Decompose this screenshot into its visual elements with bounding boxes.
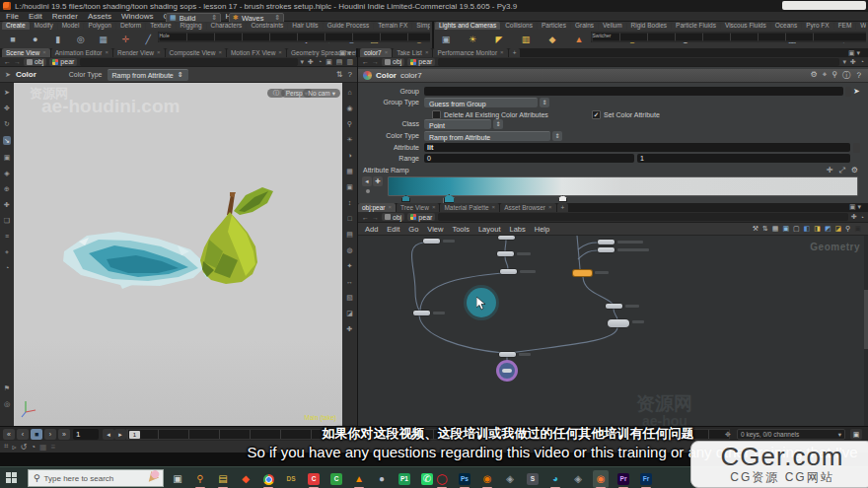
Tube[interactable]: ▮ Tube (47, 30, 69, 48)
start-button[interactable] (6, 472, 18, 484)
network-menu-item[interactable]: View (427, 225, 443, 234)
viewport-option-icon[interactable]: ▣ (346, 183, 353, 190)
viewport-option-icon[interactable]: ✚ (347, 325, 353, 332)
help-icon[interactable]: ? (348, 70, 352, 79)
viewport-option-icon[interactable]: ✦ (347, 262, 353, 269)
close-icon[interactable]: × (105, 48, 108, 57)
Geometry Light[interactable]: ◆ Geometry Light (542, 30, 563, 48)
close-icon[interactable]: × (492, 203, 496, 212)
viewport-option-icon[interactable]: ◪ (346, 310, 353, 316)
ramp-expand-icon[interactable]: ⤢ (838, 166, 844, 175)
task-view-icon[interactable]: ▣ (170, 470, 185, 488)
pane-tab[interactable]: obj:pear× (358, 203, 396, 212)
Point Light[interactable]: ☀ Point Light (462, 30, 483, 48)
tool-strip-icon[interactable]: ◔ (5, 264, 9, 271)
premiere-icon[interactable]: Pr (615, 470, 631, 488)
pin-icon[interactable]: ⌖ (823, 70, 828, 81)
node-name-field[interactable]: color7 (400, 71, 422, 80)
viewport-option-icon[interactable]: ◉ (346, 105, 352, 111)
forward-icon[interactable]: → (372, 58, 379, 65)
clock-icon[interactable]: ◔ (860, 214, 864, 221)
current-frame-field[interactable]: 1 (73, 429, 99, 440)
network-toolbar-icon[interactable]: ▦ (772, 225, 779, 233)
taskbar-search[interactable]: ⚲ Type here to search (28, 469, 164, 487)
menu-item[interactable]: Render (52, 12, 78, 21)
help-icon[interactable]: ？ (855, 70, 863, 81)
viewport-option-icon[interactable]: □ (347, 215, 351, 222)
shelf-tab[interactable]: Polygon (84, 22, 115, 30)
network-menu-item[interactable]: Edit (387, 225, 399, 234)
node[interactable] (608, 319, 629, 327)
network-menu-item[interactable]: Help (535, 225, 549, 234)
viewport-option-icon[interactable]: ⚲ (347, 120, 352, 127)
ramp-add-icon[interactable]: ✛ (827, 166, 833, 175)
shelf-tab[interactable]: Guide Process (324, 22, 374, 30)
menu-item[interactable]: Edit (29, 12, 42, 21)
whatsapp-icon[interactable]: ✆ (419, 470, 435, 488)
pane-tab[interactable]: Asset Browser× (500, 203, 555, 212)
search-icon[interactable]: ⚲ (832, 70, 837, 81)
network-canvas[interactable]: Geometry 资源网 ae-hou (358, 236, 868, 426)
menu-item[interactable]: Windows (121, 12, 153, 21)
Camera[interactable]: ▣ Camera (435, 30, 457, 48)
node[interactable] (498, 236, 515, 240)
path-bar-icon[interactable]: ▤ (336, 58, 343, 66)
pane-tab-controls[interactable]: ▣ ▾ (848, 49, 863, 57)
play-button[interactable]: › (44, 429, 56, 440)
pane-tab[interactable]: + (509, 48, 521, 57)
group-type-dropdown[interactable]: Guess from Group (424, 98, 538, 107)
node[interactable] (499, 352, 516, 357)
playbar-option-icon[interactable]: ▹ (13, 443, 17, 452)
pane-tab[interactable]: Render View× (113, 48, 165, 57)
shelf-tab[interactable]: Simple FX (412, 22, 430, 30)
shelf-tab[interactable]: Pyro FX (802, 22, 832, 30)
op-arrow-icon[interactable]: ➤ (5, 71, 11, 79)
viewport-option-icon[interactable]: ⌂ (347, 89, 351, 96)
pane-tab[interactable]: Composite View× (166, 48, 226, 57)
close-icon[interactable]: × (218, 48, 222, 57)
frame-marker[interactable]: 1 (129, 431, 140, 439)
shelf-tab[interactable]: Oceans (771, 22, 801, 30)
delete-color-attrs-checkbox[interactable] (432, 110, 441, 119)
tool-strip-icon[interactable]: ❏ (4, 217, 10, 224)
pane-tab[interactable]: Tree View× (397, 203, 439, 212)
ramp-marker[interactable] (558, 195, 567, 202)
class-dropdown[interactable]: Point (424, 119, 491, 129)
shelf-tab[interactable]: Rigid Bodies (627, 22, 672, 30)
network-toolbar-icon[interactable]: ⚲ (845, 225, 850, 233)
group-select-arrow-icon[interactable]: ➤ (853, 87, 860, 96)
network-toolbar-icon[interactable]: ◩ (825, 225, 832, 233)
Area Light[interactable]: ▥ Area Light (515, 30, 537, 48)
menu-item[interactable]: File (6, 12, 19, 21)
path-field[interactable] (438, 58, 839, 66)
playbar-option-icon[interactable]: ◔ (31, 443, 36, 452)
node[interactable] (497, 251, 514, 256)
pane-tab-controls[interactable]: ▣ ▾ (849, 203, 864, 211)
close-icon[interactable]: × (432, 203, 436, 212)
network-menu-item[interactable]: Layout (478, 225, 501, 234)
viewport-option-icon[interactable]: ▦ (346, 168, 353, 174)
close-icon[interactable]: × (425, 48, 429, 57)
chevron-updown-icon[interactable]: ⇕ (540, 98, 549, 107)
viewport-option-icon[interactable]: ◑ (347, 152, 351, 159)
path-bar-icon[interactable]: ▥ (346, 58, 353, 66)
path-chip-obj[interactable]: obj (382, 213, 404, 221)
tool-strip-icon[interactable]: ⊕ (4, 185, 10, 192)
shelf-tab[interactable]: Deform (116, 22, 145, 30)
node[interactable] (423, 239, 440, 244)
ramp-plus-icon[interactable]: ✚ (373, 176, 383, 186)
expand-playbar-icon[interactable]: ▣ (850, 429, 862, 440)
keys-lock-icon[interactable]: ✥ (725, 431, 731, 439)
viewport-option-icon[interactable]: ▧ (346, 294, 353, 301)
tool-strip-icon[interactable]: ↻ (4, 120, 10, 127)
jump-start-button[interactable]: « (3, 429, 15, 440)
Line[interactable]: ╱ Line (137, 30, 159, 48)
selected-node[interactable] (573, 270, 592, 276)
path-field[interactable] (80, 58, 297, 66)
set-color-attr-checkbox[interactable]: ✓ (592, 110, 601, 119)
gear-icon[interactable]: ⚙ (810, 70, 817, 81)
viewport-option-icon[interactable]: ▤ (346, 231, 353, 238)
resolve-2-icon[interactable]: ◈ (570, 470, 586, 488)
photoshop-icon[interactable]: Ps (457, 470, 472, 488)
resolve-icon[interactable]: ◈ (502, 470, 518, 488)
